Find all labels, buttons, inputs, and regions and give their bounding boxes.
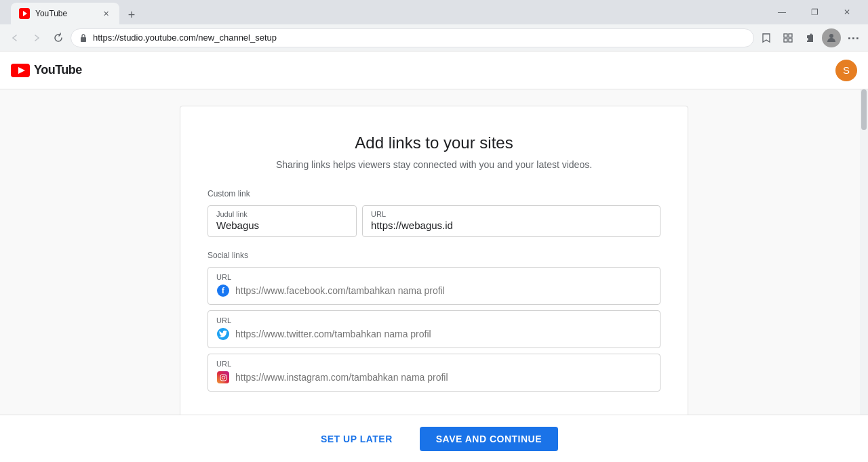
- main-area: Add links to your sites Sharing links he…: [0, 89, 868, 462]
- facebook-link-row: f: [216, 284, 652, 297]
- twitter-link-row: [216, 327, 652, 341]
- twitter-icon: [216, 327, 230, 341]
- extension-button[interactable]: [800, 28, 819, 47]
- youtube-header: YouTube S: [0, 51, 868, 89]
- active-tab[interactable]: YouTube ✕: [11, 3, 119, 24]
- svg-rect-10: [220, 375, 226, 381]
- save-continue-button[interactable]: SAVE AND CONTINUE: [420, 427, 558, 451]
- twitter-link-item: URL: [208, 310, 660, 348]
- svg-rect-4: [789, 34, 792, 37]
- nav-actions: ⋯: [757, 28, 863, 47]
- custom-link-url-input[interactable]: [371, 219, 652, 231]
- title-bar: YouTube ✕ + — ❐ ✕: [0, 0, 868, 24]
- facebook-icon: f: [216, 284, 230, 297]
- scrollbar-track: [860, 89, 868, 415]
- instagram-icon: [216, 371, 230, 384]
- bottom-actions: SET UP LATER SAVE AND CONTINUE: [0, 415, 868, 462]
- scrollbar-thumb[interactable]: [861, 89, 867, 130]
- twitter-url-input[interactable]: [235, 329, 652, 339]
- restore-button[interactable]: ❐: [799, 0, 830, 24]
- setup-later-button[interactable]: SET UP LATER: [310, 428, 403, 450]
- svg-rect-5: [784, 39, 787, 42]
- more-options-button[interactable]: ⋯: [844, 28, 863, 47]
- reload-button[interactable]: [49, 28, 68, 47]
- youtube-favicon: [19, 8, 30, 19]
- lock-icon: [79, 33, 87, 43]
- new-tab-button[interactable]: +: [122, 5, 141, 24]
- custom-link-title-input[interactable]: [216, 219, 348, 231]
- youtube-logo-text: YouTube: [34, 63, 82, 77]
- add-links-card: Add links to your sites Sharing links he…: [180, 106, 688, 425]
- custom-link-title-label: Judul link: [216, 210, 348, 218]
- forward-button[interactable]: [27, 28, 46, 47]
- twitter-url-label: URL: [216, 316, 652, 324]
- instagram-url-label: URL: [216, 360, 652, 368]
- url-display: https://studio.youtube.com/new_channel_s…: [93, 33, 277, 43]
- window-controls: — ❐ ✕: [766, 0, 863, 24]
- minimize-button[interactable]: —: [766, 0, 797, 24]
- custom-link-title-group: Judul link: [208, 205, 357, 237]
- browser-profile-button[interactable]: [822, 28, 841, 47]
- custom-link-url-label: URL: [371, 210, 652, 218]
- bookmark-button[interactable]: [757, 28, 776, 47]
- facebook-link-item: URL f: [208, 267, 660, 305]
- back-button[interactable]: [5, 28, 24, 47]
- yt-header-right: S: [835, 60, 857, 81]
- custom-link-label: Custom link: [208, 189, 660, 198]
- custom-link-row: Judul link URL: [208, 205, 660, 237]
- custom-link-section: Custom link Judul link URL: [208, 189, 660, 237]
- svg-rect-6: [789, 39, 792, 42]
- svg-point-7: [829, 34, 833, 38]
- custom-link-url-group: URL: [362, 205, 660, 237]
- nav-bar: https://studio.youtube.com/new_channel_s…: [0, 24, 868, 51]
- svg-point-12: [224, 375, 225, 376]
- facebook-url-label: URL: [216, 273, 652, 281]
- collections-button[interactable]: [778, 28, 797, 47]
- youtube-logo[interactable]: YouTube: [11, 63, 82, 77]
- instagram-link-row: [216, 371, 652, 384]
- youtube-logo-icon: [11, 64, 30, 77]
- instagram-url-input[interactable]: [235, 372, 652, 383]
- close-button[interactable]: ✕: [831, 0, 863, 24]
- tab-title: YouTube: [35, 9, 67, 18]
- social-links-label: Social links: [208, 251, 660, 260]
- svg-rect-3: [784, 34, 787, 37]
- page-title: Add links to your sites: [208, 133, 660, 152]
- tab-close-button[interactable]: ✕: [100, 8, 111, 19]
- svg-point-11: [222, 376, 224, 379]
- social-links-section: Social links URL f URL: [208, 251, 660, 392]
- user-avatar[interactable]: S: [835, 60, 857, 81]
- address-bar[interactable]: https://studio.youtube.com/new_channel_s…: [71, 28, 754, 47]
- page-subtitle: Sharing links helps viewers stay connect…: [208, 159, 660, 170]
- instagram-link-item: URL: [208, 354, 660, 392]
- facebook-url-input[interactable]: [235, 285, 652, 296]
- svg-rect-2: [81, 37, 86, 42]
